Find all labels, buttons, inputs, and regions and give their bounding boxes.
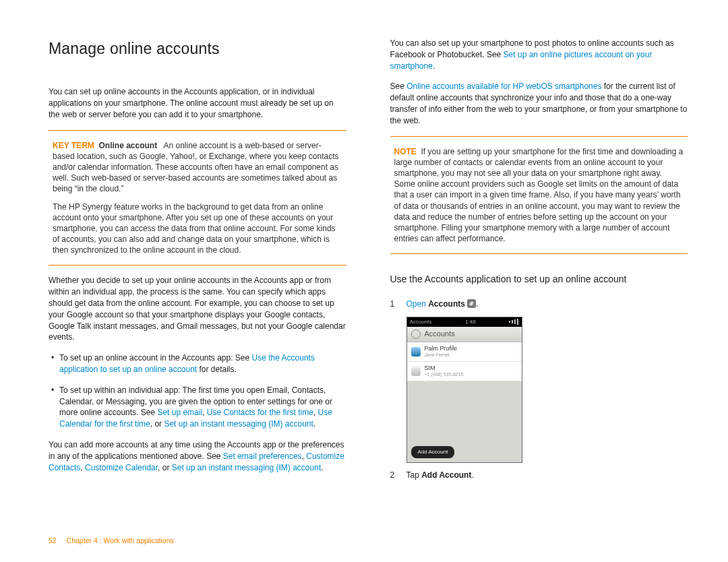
divider: [390, 136, 688, 137]
link-online-accounts-available[interactable]: Online accounts available for HP webOS s…: [406, 82, 601, 91]
ss-row-title: SIM: [425, 365, 464, 372]
step-content: Open Accounts .: [406, 299, 479, 310]
ss-row-text: Palm Profile Jane Ferrell: [425, 346, 458, 358]
chapter-label: Chapter 4 : Work with applications: [67, 536, 174, 544]
step-content: Tap Add Account.: [406, 470, 474, 481]
ss-header: Accounts: [407, 327, 522, 342]
text: To set up an online account in the Accou…: [59, 353, 252, 363]
divider: [49, 265, 346, 266]
right-para-2: See Online accounts available for HP web…: [390, 81, 688, 126]
ss-status-bar: Accounts 1:48: [407, 317, 522, 327]
ss-row-sub: +1 (408) 535-0215: [425, 372, 464, 377]
key-term-para-1: KEY TERM Online account An online accoun…: [53, 140, 342, 195]
text: .: [476, 299, 478, 309]
note-box: NOTE If you are setting up your smartpho…: [390, 146, 688, 245]
link-customize-calendar[interactable]: Customize Calendar: [85, 463, 158, 472]
text: for details.: [197, 365, 237, 374]
page-title: Manage online accounts: [49, 38, 346, 59]
paragraph-2: Whether you decide to set up your online…: [49, 275, 346, 343]
key-term-box: KEY TERM Online account An online accoun…: [49, 140, 346, 256]
accounts-app-icon: [467, 299, 476, 308]
ss-add-account-button: Add Account: [411, 446, 455, 458]
ss-header-title: Accounts: [425, 329, 455, 339]
ss-empty-area: [407, 381, 522, 443]
link-set-up-email[interactable]: Set up email: [157, 408, 202, 417]
page-footer: 52 Chapter 4 : Work with applications: [49, 536, 174, 546]
steps-list: 1 Open Accounts . Accounts 1:48: [390, 299, 688, 481]
key-term-text-1: An online account is a web-based or serv…: [53, 141, 339, 194]
left-column: Manage online accounts You can set up on…: [49, 38, 346, 487]
divider: [49, 130, 346, 131]
bullet-list: To set up an online account in the Accou…: [49, 352, 346, 430]
text: .: [321, 463, 323, 472]
text: See: [390, 82, 407, 91]
text: .: [433, 61, 435, 71]
right-column: You can also set up your smartphone to p…: [390, 38, 688, 487]
link-set-up-im[interactable]: Set up an instant messaging (IM) account: [164, 419, 313, 429]
step-number: 2: [390, 470, 406, 481]
text: Tap: [406, 470, 422, 480]
link-set-up-im-2[interactable]: Set up an instant messaging (IM) account: [172, 463, 321, 472]
note-text: If you are setting up your smartphone fo…: [394, 147, 684, 244]
step-1: 1 Open Accounts .: [390, 299, 688, 310]
bullet-item: To set up within an individual app: The …: [59, 385, 346, 430]
ss-row-title: Palm Profile: [425, 346, 458, 352]
ss-topbar-time: 1:48: [465, 318, 476, 325]
page-body: Manage online accounts You can set up on…: [0, 0, 728, 487]
link-open[interactable]: Open: [406, 299, 426, 309]
note-label: NOTE: [394, 147, 417, 156]
text: , or: [150, 419, 164, 429]
ss-topbar-app: Accounts: [410, 318, 432, 325]
note-para: NOTE If you are setting up your smartpho…: [394, 146, 684, 245]
bullet-item: To set up an online account in the Accou…: [59, 352, 346, 375]
text: .: [471, 470, 473, 480]
subheading: Use the Accounts application to set up a…: [390, 273, 688, 286]
step-2: 2 Tap Add Account.: [390, 470, 688, 481]
key-term-term: Online account: [98, 141, 157, 150]
divider: [390, 253, 688, 254]
text: ,: [202, 408, 207, 417]
ss-row-text: SIM +1 (408) 535-0215: [425, 365, 464, 377]
step-bold: Add Account: [421, 470, 471, 480]
ss-row-sim: SIM +1 (408) 535-0215: [407, 362, 522, 381]
key-term-label: KEY TERM: [53, 141, 94, 150]
palm-profile-icon: [411, 347, 421, 356]
text: , or: [158, 463, 172, 472]
right-para-1: You can also set up your smartphone to p…: [390, 38, 688, 71]
sim-icon: [411, 367, 421, 376]
text: .: [313, 419, 315, 429]
paragraph-3: You can add more accounts at any time us…: [49, 439, 346, 473]
accounts-screenshot: Accounts 1:48 Accounts Palm Profile Jane…: [406, 317, 522, 463]
step-bold: Accounts: [428, 299, 465, 309]
gear-icon: [411, 330, 421, 339]
intro-paragraph: You can set up online accounts in the Ac…: [49, 86, 346, 120]
step-number: 1: [390, 299, 406, 310]
signal-icon: [509, 319, 518, 325]
key-term-para-2: The HP Synergy feature works in the back…: [53, 201, 342, 256]
ss-row-sub: Jane Ferrell: [425, 352, 458, 358]
link-set-email-prefs[interactable]: Set email preferences: [223, 451, 302, 461]
page-number: 52: [49, 536, 57, 544]
text: ,: [313, 408, 318, 417]
ss-row-palm-profile: Palm Profile Jane Ferrell: [407, 342, 522, 362]
link-use-contacts-first-time[interactable]: Use Contacts for the first time: [207, 408, 313, 417]
